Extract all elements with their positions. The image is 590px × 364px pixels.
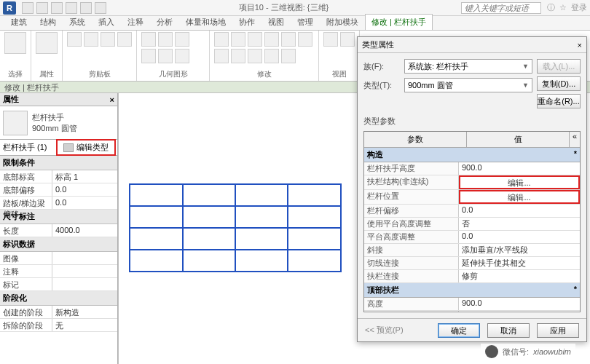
trim-icon[interactable] [298, 32, 312, 47]
rail-structure-button[interactable]: 编辑... [459, 175, 580, 189]
rotate-icon[interactable] [231, 32, 245, 47]
move-icon[interactable] [214, 32, 229, 47]
baluster-offset-value[interactable]: 0.0 [459, 205, 580, 217]
group-props: 属性 [36, 69, 58, 79]
close-icon[interactable]: × [110, 95, 114, 104]
tab-modify-railing[interactable]: 修改 | 栏杆扶手 [365, 14, 433, 30]
angled-joins-value[interactable]: 添加垂直/水平线段 [459, 244, 580, 256]
cut-icon[interactable] [84, 32, 98, 47]
split-icon[interactable] [214, 49, 229, 63]
rail-height-value[interactable]: 900.0 [459, 162, 580, 175]
tab-anno[interactable]: 注释 [121, 14, 150, 30]
qat-redo-icon[interactable] [66, 2, 77, 14]
rail-connections-value[interactable]: 修剪 [459, 270, 580, 282]
info-icon[interactable]: ⓘ [547, 2, 555, 13]
pin-icon[interactable] [264, 49, 279, 63]
section-construction[interactable]: 构造 [367, 149, 383, 160]
top-type-value[interactable]: 圆形 - 40mm [459, 311, 580, 312]
type-thumbnail[interactable] [3, 111, 28, 135]
group-select: 选择 [4, 69, 26, 79]
header-param[interactable]: 参数 [364, 132, 467, 147]
dialog-close-icon[interactable]: × [578, 41, 582, 50]
params-label: 类型参数 [363, 116, 581, 127]
array-icon[interactable] [264, 32, 279, 47]
edit-type-button[interactable]: 编辑类型 [56, 139, 116, 156]
type-properties-dialog: 类型属性 × 族(F): 系统族: 栏杆扶手▼ 类型(T): 900mm 圆管▼… [357, 36, 587, 342]
cutgeom-icon[interactable] [158, 32, 173, 47]
tab-arch[interactable]: 建筑 [4, 14, 34, 30]
instance-count[interactable]: 栏杆扶手 (1) [0, 142, 56, 153]
comments-value[interactable] [52, 265, 117, 277]
baluster-placement-button[interactable]: 编辑... [459, 190, 580, 204]
collapse-icon[interactable]: « [570, 132, 580, 147]
join-icon[interactable] [175, 32, 189, 47]
splitf-icon[interactable] [141, 49, 156, 63]
image-value[interactable] [52, 252, 117, 264]
ok-button[interactable]: 确定 [438, 323, 480, 338]
props-icon[interactable] [36, 32, 58, 54]
length-value[interactable]: 4000.0 [52, 224, 117, 237]
tab-view[interactable]: 视图 [261, 14, 291, 30]
family-label: 族(F): [363, 61, 400, 72]
tangent-joins-value[interactable]: 延伸扶手使其相交 [459, 257, 580, 269]
tab-insert[interactable]: 插入 [92, 14, 121, 30]
type-combo[interactable]: 900mm 圆管▼ [404, 78, 532, 92]
cancel-button[interactable]: 取消 [487, 323, 530, 338]
tab-collab[interactable]: 协作 [232, 14, 261, 30]
paint-icon[interactable] [158, 49, 173, 63]
mark-value[interactable] [52, 278, 117, 290]
railing-model[interactable] [126, 181, 345, 290]
section-icon[interactable] [340, 32, 355, 47]
group-view: 视图 [323, 69, 355, 79]
duplicate-button[interactable]: 复制(D)... [537, 76, 581, 91]
cat-phasing[interactable]: 阶段化 [0, 291, 117, 306]
ribbon-tabs: 建筑 结构 系统 插入 注释 分析 体量和场地 协作 视图 管理 附加模块 修改… [0, 16, 590, 31]
load-button[interactable]: 载入(L)... [537, 59, 581, 74]
scale-icon[interactable] [281, 32, 296, 47]
qat-open-icon[interactable] [22, 2, 34, 14]
tab-sys[interactable]: 系统 [63, 14, 92, 30]
header-value[interactable]: 值 [467, 132, 570, 147]
base-offset-value[interactable]: 0.0 [52, 183, 117, 196]
properties-panel: 属性 × 栏杆扶手 900mm 圆管 栏杆扶手 (1) 编辑类型 限制条件 底部… [0, 93, 118, 364]
demolish-icon[interactable] [175, 49, 189, 63]
login-link[interactable]: 登录 [571, 2, 587, 13]
rename-button[interactable]: 重命名(R)... [537, 94, 581, 108]
paste-icon[interactable] [67, 32, 82, 47]
qat-save-icon[interactable] [36, 2, 48, 14]
cat-dims[interactable]: 尺寸标注 [0, 210, 117, 224]
section-toprail[interactable]: 顶部扶栏 [367, 285, 399, 296]
align-icon[interactable] [248, 49, 262, 63]
tab-manage[interactable]: 管理 [291, 14, 320, 30]
qat-undo-icon[interactable] [51, 2, 63, 14]
match-icon[interactable] [117, 32, 132, 47]
cat-constraints[interactable]: 限制条件 [0, 156, 117, 170]
phase-demo-value[interactable]: 无 [52, 319, 117, 331]
use-landing-value[interactable]: 否 [459, 218, 580, 230]
phase-created-value[interactable]: 新构造 [52, 306, 117, 318]
type-label: 类型(T): [363, 80, 400, 91]
base-level-value[interactable]: 标高 1 [52, 170, 117, 183]
tab-mass[interactable]: 体量和场地 [179, 14, 232, 30]
cope-icon[interactable] [141, 32, 156, 47]
delete-icon[interactable] [281, 49, 296, 63]
tread-offset-value[interactable]: 0.0 [52, 197, 117, 209]
user-icon[interactable]: ☆ [559, 3, 567, 12]
qat-more-icon[interactable] [95, 2, 106, 14]
offset-icon[interactable] [231, 49, 245, 63]
select-icon[interactable] [4, 32, 26, 54]
cat-identity[interactable]: 标识数据 [0, 237, 117, 252]
apply-button[interactable]: 应用 [537, 323, 579, 338]
tab-addins[interactable]: 附加模块 [320, 14, 365, 30]
search-input[interactable] [461, 2, 541, 14]
preview-toggle[interactable]: << 预览(P) [365, 325, 430, 336]
landing-height-value[interactable]: 0.0 [459, 231, 580, 243]
top-height-value[interactable]: 900.0 [459, 298, 580, 310]
qat-print-icon[interactable] [80, 2, 92, 14]
view3d-icon[interactable] [323, 32, 338, 47]
mirror-icon[interactable] [248, 32, 262, 47]
copy-icon[interactable] [101, 32, 115, 47]
family-combo[interactable]: 系统族: 栏杆扶手▼ [404, 59, 532, 74]
tab-analyze[interactable]: 分析 [150, 14, 179, 30]
tab-struct[interactable]: 结构 [34, 14, 63, 30]
